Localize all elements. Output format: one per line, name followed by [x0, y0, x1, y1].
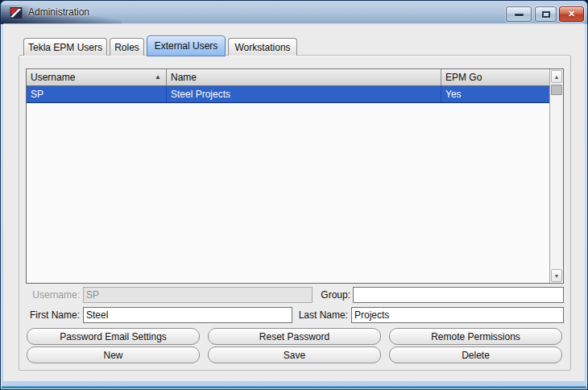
tab-tekla-epm-users[interactable]: Tekla EPM Users: [23, 38, 107, 56]
column-header-username[interactable]: Username ▲: [27, 69, 167, 85]
button-label: Remote Permissions: [431, 331, 520, 342]
cell-epm-go: Yes: [441, 86, 549, 102]
first-name-label: First Name:: [15, 309, 80, 322]
password-email-settings-button[interactable]: Password Email Settings: [27, 328, 200, 345]
tab-label: Roles: [114, 42, 139, 53]
last-name-label: Last Name:: [296, 309, 348, 322]
button-label: Save: [284, 350, 305, 361]
close-icon: ✕: [568, 10, 575, 19]
app-icon: [10, 6, 23, 19]
window-title: Administration: [28, 1, 89, 24]
maximize-button[interactable]: [535, 6, 557, 22]
scroll-up-icon: ▲: [554, 74, 560, 80]
table-row-selected[interactable]: SP Steel Projects Yes: [27, 86, 549, 103]
window-bottom-edge: [2, 386, 586, 388]
remote-permissions-button[interactable]: Remote Permissions: [389, 328, 562, 345]
scroll-down-icon: ▼: [554, 273, 560, 279]
delete-button[interactable]: Delete: [389, 346, 562, 363]
save-button[interactable]: Save: [208, 346, 381, 363]
scroll-down-button[interactable]: ▼: [551, 269, 562, 282]
column-header-label: EPM Go: [445, 72, 482, 83]
scroll-up-button[interactable]: ▲: [551, 70, 562, 83]
new-button[interactable]: New: [27, 346, 200, 363]
tab-workstations[interactable]: Workstations: [228, 38, 297, 56]
desktop: Administration ✕ Tekla EPM Users Roles E…: [0, 0, 588, 390]
external-users-table: Username ▲ Name EPM Go SP Steel Projects…: [26, 68, 564, 284]
scrollbar-thumb[interactable]: [551, 85, 562, 95]
tab-roles[interactable]: Roles: [110, 38, 144, 56]
column-header-name[interactable]: Name: [167, 69, 441, 85]
tab-label: Tekla EPM Users: [28, 42, 102, 53]
group-input[interactable]: [353, 287, 564, 303]
button-label: Reset Password: [259, 331, 329, 342]
table-header-row: Username ▲ Name EPM Go: [27, 69, 549, 86]
close-button[interactable]: ✕: [559, 6, 584, 22]
minimize-button[interactable]: [506, 6, 532, 22]
cell-username: SP: [27, 86, 167, 102]
button-label: New: [103, 350, 122, 361]
last-name-input[interactable]: [351, 307, 564, 323]
first-name-input[interactable]: [83, 307, 292, 323]
titlebar[interactable]: Administration ✕: [1, 1, 587, 24]
button-label: Password Email Settings: [60, 331, 167, 342]
maximize-icon: [542, 11, 550, 18]
tab-label: External Users: [155, 40, 218, 52]
tab-external-users[interactable]: External Users: [147, 35, 226, 56]
cell-name: Steel Projects: [167, 86, 441, 102]
column-header-label: Username: [31, 72, 75, 83]
button-label: Delete: [462, 350, 490, 361]
username-label: Username:: [25, 289, 80, 302]
username-input: [83, 287, 313, 303]
column-header-epm-go[interactable]: EPM Go: [441, 69, 549, 85]
column-header-label: Name: [171, 72, 197, 83]
tab-label: Workstations: [234, 42, 290, 53]
group-label: Group:: [315, 289, 350, 302]
sort-ascending-icon: ▲: [155, 74, 161, 81]
vertical-scrollbar[interactable]: ▲ ▼: [549, 69, 563, 283]
minimize-icon: [515, 14, 524, 16]
reset-password-button[interactable]: Reset Password: [208, 328, 381, 345]
administration-window: Administration ✕ Tekla EPM Users Roles E…: [0, 0, 588, 390]
